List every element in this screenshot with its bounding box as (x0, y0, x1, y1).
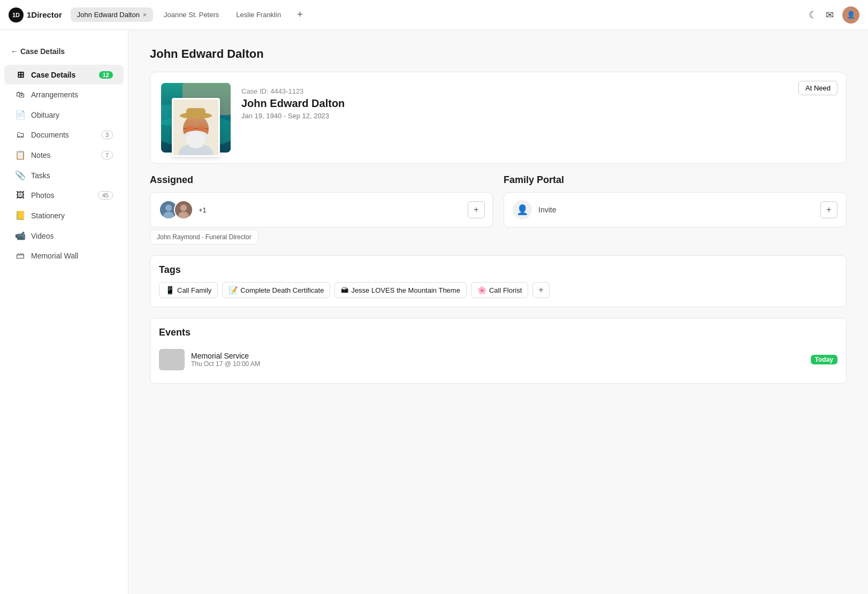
portrait-svg (173, 100, 218, 155)
assigned-title: Assigned (150, 174, 493, 186)
tag-complete-death-certificate[interactable]: 📝Complete Death Certificate (222, 282, 330, 298)
topbar-actions: ☾ ✉ 👤 (809, 6, 859, 24)
assigned-portal-section: Assigned (150, 174, 847, 245)
tab-franklin[interactable]: Leslie Franklin (230, 7, 287, 22)
obituary-icon: 📄 (15, 110, 26, 120)
page-title: John Edward Dalton (150, 47, 847, 61)
portrait-frame (172, 98, 220, 157)
today-badge: Today (811, 355, 837, 364)
events-list: Memorial ServiceThu Oct 17 @ 10:00 AMTod… (159, 345, 837, 375)
svg-point-21 (180, 204, 187, 211)
tag-label: Call Family (177, 286, 211, 294)
assign-name-label: +1 (199, 206, 484, 214)
sidebar-item-label: Case Details (31, 71, 94, 79)
profile-images (161, 83, 231, 153)
portal-title: Family Portal (504, 174, 847, 186)
tasks-icon: 📎 (15, 170, 26, 180)
tag-jesse-loves-the-mountain-theme[interactable]: 🏔Jesse LOVES the Mountain Theme (334, 282, 467, 298)
tag-call-florist[interactable]: 🌸Call Florist (471, 282, 528, 298)
sidebar-item-label: Documents (31, 131, 96, 139)
arrangements-icon: 🛍 (15, 90, 26, 100)
sidebar-item-notes[interactable]: 📋Notes7 (4, 145, 124, 165)
svg-rect-12 (187, 126, 194, 131)
svg-rect-9 (186, 108, 205, 118)
add-assignee-button[interactable]: + (468, 201, 485, 218)
layout: ← Case Details ⊞Case Details12🛍Arrangeme… (0, 30, 868, 594)
invite-label: Invite (538, 205, 814, 214)
sidebar-item-label: Tasks (31, 171, 113, 180)
event-thumbnail (159, 349, 185, 370)
event-title: Memorial Service (191, 352, 804, 360)
sidebar-item-documents[interactable]: 🗂Documents3 (4, 125, 124, 144)
stationery-icon: 📒 (15, 210, 26, 220)
family-portal-section: Family Portal 👤 Invite + (504, 174, 847, 245)
tab-peters[interactable]: Joanne St. Peters (157, 7, 225, 22)
sidebar-item-videos[interactable]: 📹Videos (4, 226, 124, 246)
notes-icon: 📋 (15, 150, 26, 160)
topbar: 1D 1Director John Edward Dalton × Joanne… (0, 0, 868, 30)
sidebar-item-case-details[interactable]: ⊞Case Details12 (4, 65, 124, 85)
events-title: Events (159, 327, 837, 338)
add-portal-button[interactable]: + (820, 201, 837, 218)
event-info: Memorial ServiceThu Oct 17 @ 10:00 AM (191, 352, 804, 368)
back-button[interactable]: ← Case Details (0, 43, 128, 64)
tag-icon: 🌸 (477, 286, 486, 294)
tags-section: Tags 📱Call Family📝Complete Death Certifi… (150, 255, 847, 307)
sidebar-item-photos[interactable]: 🖼Photos45 (4, 186, 124, 205)
tags-title: Tags (159, 264, 837, 276)
sidebar-item-label: Notes (31, 151, 96, 159)
person-dates: Jan 19, 1940 - Sep 12, 2023 (241, 112, 835, 120)
at-need-button[interactable]: At Need (798, 81, 837, 95)
badge: 7 (101, 151, 113, 159)
event-row[interactable]: Memorial ServiceThu Oct 17 @ 10:00 AMTod… (159, 345, 837, 375)
sidebar-item-obituary[interactable]: 📄Obituary (4, 105, 124, 125)
svg-rect-13 (198, 126, 205, 131)
tags-wrap: 📱Call Family📝Complete Death Certificate🏔… (159, 282, 837, 298)
tag-icon: 🏔 (341, 286, 348, 294)
avatar-b (174, 200, 193, 219)
badge: 12 (99, 71, 113, 79)
app-name: 1Director (27, 10, 62, 19)
assignee-tooltip: John Raymond · Funeral Director (150, 230, 258, 245)
badge: 45 (98, 191, 113, 200)
svg-point-19 (163, 212, 174, 219)
mail-icon[interactable]: ✉ (826, 9, 834, 21)
videos-icon: 📹 (15, 231, 26, 241)
tab-dalton[interactable]: John Edward Dalton × (71, 7, 153, 22)
sidebar-item-label: Stationery (31, 211, 113, 220)
tag-icon: 📱 (165, 286, 174, 294)
sidebar: ← Case Details ⊞Case Details12🛍Arrangeme… (0, 30, 128, 594)
badge: 3 (101, 131, 113, 139)
dark-mode-icon[interactable]: ☾ (809, 9, 817, 21)
case-details-icon: ⊞ (15, 70, 26, 80)
person-icon: 👤 (513, 200, 532, 219)
logo-icon: 1D (9, 7, 24, 22)
tag-label: Call Florist (489, 286, 522, 294)
add-tab-button[interactable]: + (292, 6, 308, 24)
svg-line-16 (205, 128, 208, 129)
sidebar-item-label: Photos (31, 191, 93, 200)
event-time: Thu Oct 17 @ 10:00 AM (191, 360, 804, 368)
sidebar-item-tasks[interactable]: 📎Tasks (4, 165, 124, 185)
portal-card: 👤 Invite + (504, 192, 847, 227)
app-logo[interactable]: 1D 1Director (9, 7, 62, 22)
sidebar-item-arrangements[interactable]: 🛍Arrangements (4, 85, 124, 104)
tab-label: John Edward Dalton (77, 11, 140, 19)
tag-label: Complete Death Certificate (240, 286, 324, 294)
add-tag-button[interactable]: + (532, 282, 549, 298)
svg-point-18 (165, 204, 172, 211)
photos-icon: 🖼 (15, 191, 26, 200)
sidebar-item-label: Obituary (31, 111, 113, 119)
person-name: John Edward Dalton (241, 97, 835, 110)
close-icon[interactable]: × (143, 11, 147, 19)
assigned-section: Assigned (150, 174, 493, 245)
tag-call-family[interactable]: 📱Call Family (159, 282, 218, 298)
sidebar-item-stationery[interactable]: 📒Stationery (4, 205, 124, 225)
sidebar-item-label: Memorial Wall (31, 252, 113, 260)
sidebar-item-memorial-wall[interactable]: 🗃Memorial Wall (4, 246, 124, 265)
sidebar-item-label: Videos (31, 232, 113, 240)
user-avatar[interactable]: 👤 (842, 6, 859, 24)
documents-icon: 🗂 (15, 130, 26, 140)
tag-label: Jesse LOVES the Mountain Theme (351, 286, 460, 294)
avatar-stack (159, 200, 193, 219)
